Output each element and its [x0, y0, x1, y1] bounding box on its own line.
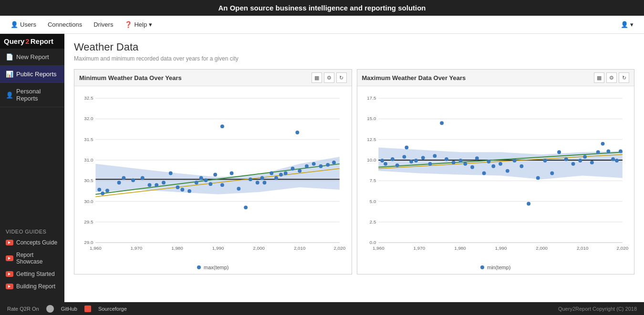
github-icon: [46, 305, 54, 313]
main-content: Weather Data Maximum and minimum recorde…: [64, 34, 644, 302]
svg-point-100: [402, 155, 406, 159]
svg-marker-24: [95, 157, 339, 194]
nav-drivers[interactable]: Drivers: [88, 17, 119, 32]
svg-text:30.0: 30.0: [84, 199, 93, 204]
max-chart-gear-icon[interactable]: ⚙: [606, 72, 617, 83]
svg-point-110: [458, 159, 462, 163]
svg-text:2.5: 2.5: [369, 219, 376, 224]
svg-point-34: [141, 176, 145, 180]
svg-point-47: [220, 183, 224, 187]
svg-point-41: [187, 189, 191, 193]
layout: Query2Report 📄 New Report 📊 Public Repor…: [0, 34, 644, 302]
max-chart-panel: Maximum Weather Data Over Years ▦ ⚙ ↻ 17…: [357, 69, 635, 274]
sidebar-item-personal-reports[interactable]: 👤 Personal Reports: [0, 83, 64, 107]
personal-reports-icon: 👤: [6, 91, 13, 99]
max-chart-title: Maximum Weather Data Over Years: [362, 74, 466, 81]
svg-text:12.5: 12.5: [367, 137, 376, 142]
svg-point-96: [380, 159, 384, 163]
min-chart-bar-icon[interactable]: ▦: [312, 72, 322, 83]
svg-point-109: [451, 161, 455, 164]
top-header: An Open source business intelligence and…: [0, 0, 644, 16]
svg-point-101: [405, 146, 408, 150]
sidebar-video-building[interactable]: Building Report: [0, 280, 64, 293]
svg-point-104: [421, 156, 425, 160]
min-legend-label: max(temp): [204, 264, 229, 270]
svg-point-35: [148, 183, 152, 187]
svg-point-99: [395, 163, 399, 167]
svg-point-61: [305, 164, 309, 168]
youtube-icon-concepts: [6, 240, 13, 245]
svg-point-51: [249, 177, 252, 181]
svg-point-134: [611, 157, 615, 161]
max-chart-header: Maximum Weather Data Over Years ▦ ⚙ ↻: [357, 70, 634, 86]
svg-point-50: [244, 205, 248, 209]
svg-text:2,000: 2,000: [536, 245, 548, 251]
copyright: Query2Report Copyright (C) 2018: [558, 306, 637, 312]
svg-point-102: [409, 160, 413, 163]
svg-point-116: [491, 164, 495, 168]
public-reports-icon: 📊: [6, 71, 13, 78]
svg-text:2,010: 2,010: [294, 245, 306, 251]
svg-point-119: [512, 159, 516, 163]
svg-point-39: [176, 185, 180, 189]
github-link[interactable]: GitHub: [61, 306, 77, 312]
min-chart-header: Minimum Weather Data Over Years ▦ ⚙ ↻: [74, 70, 352, 86]
sidebar-item-public-reports[interactable]: 📊 Public Reports: [0, 66, 64, 83]
svg-point-132: [601, 142, 604, 146]
svg-point-122: [536, 176, 540, 180]
svg-text:31.0: 31.0: [84, 157, 93, 163]
svg-point-67: [332, 161, 336, 164]
sidebar-video-showcase[interactable]: Report Showcase: [0, 249, 64, 268]
min-legend-dot: [197, 265, 201, 269]
svg-point-111: [463, 162, 467, 166]
svg-text:30.5: 30.5: [84, 178, 93, 183]
sidebar-video-getting-started[interactable]: Getting Started: [0, 268, 64, 280]
svg-point-121: [527, 202, 530, 206]
svg-text:1,990: 1,990: [495, 245, 507, 251]
max-chart-icons: ▦ ⚙ ↻: [594, 72, 629, 83]
svg-text:7.5: 7.5: [369, 178, 376, 183]
svg-text:31.5: 31.5: [84, 137, 93, 142]
svg-text:5.0: 5.0: [369, 199, 376, 204]
svg-point-40: [180, 188, 184, 192]
svg-point-108: [445, 157, 448, 161]
min-chart-gear-icon[interactable]: ⚙: [324, 72, 334, 83]
min-chart-refresh-icon[interactable]: ↻: [336, 72, 347, 83]
svg-text:15.0: 15.0: [367, 116, 376, 121]
svg-point-113: [475, 156, 478, 160]
svg-point-136: [618, 149, 622, 153]
svg-text:1,960: 1,960: [90, 245, 102, 251]
svg-text:1,990: 1,990: [212, 245, 224, 251]
sidebar-video-concepts[interactable]: Concepts Guide: [0, 236, 64, 249]
nav-help[interactable]: ❓ Help ▾: [119, 17, 157, 32]
svg-text:1,970: 1,970: [413, 245, 425, 251]
nav-user-menu[interactable]: 👤 ▾: [615, 17, 639, 32]
svg-point-59: [291, 167, 295, 171]
nav-connections[interactable]: Connections: [42, 17, 88, 32]
svg-point-118: [505, 169, 509, 173]
min-chart-icons: ▦ ⚙ ↻: [312, 72, 347, 83]
svg-point-58: [284, 172, 288, 175]
svg-point-42: [195, 181, 198, 184]
video-guides-label: Video Guides: [0, 223, 64, 236]
max-chart-refresh-icon[interactable]: ↻: [619, 72, 629, 83]
svg-point-114: [482, 172, 486, 175]
svg-point-37: [162, 181, 166, 184]
svg-text:0.0: 0.0: [369, 240, 376, 245]
sidebar-item-new-report[interactable]: 📄 New Report: [0, 49, 64, 66]
sourceforge-link[interactable]: Sourceforge: [98, 306, 127, 312]
svg-point-97: [384, 162, 387, 166]
svg-text:2,020: 2,020: [334, 245, 346, 251]
svg-point-131: [596, 150, 600, 154]
svg-point-52: [256, 181, 260, 184]
svg-point-66: [326, 163, 330, 167]
max-chart-svg: 17.5 15.0 12.5 10.0 7.5 5.0 2.5 0.0: [360, 89, 632, 260]
nav-users[interactable]: 👤 Users: [5, 17, 42, 32]
svg-point-30: [105, 189, 109, 193]
svg-text:2,000: 2,000: [253, 245, 265, 251]
svg-point-36: [155, 183, 158, 187]
svg-text:29.5: 29.5: [84, 219, 93, 224]
svg-point-130: [590, 161, 593, 164]
svg-text:1,980: 1,980: [171, 245, 183, 251]
max-chart-bar-icon[interactable]: ▦: [594, 72, 604, 83]
